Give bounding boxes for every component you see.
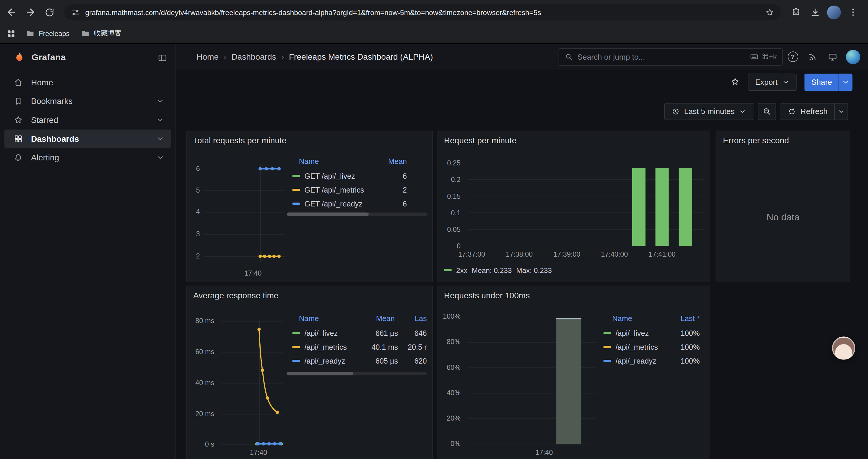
panel-title[interactable]: Errors per second [723,136,789,145]
grafana-sidebar: Grafana Home Bookmarks [0,44,176,459]
panel-average-response-time[interactable]: Average response time 80 ms 60 ms 40 ms … [186,286,433,459]
assistant-avatar[interactable] [832,336,855,360]
chevron-down-icon [842,78,849,85]
sidebar-item-label: Bookmarks [31,96,73,106]
refresh-interval-caret[interactable] [834,103,848,120]
user-avatar[interactable] [846,50,860,64]
chevron-down-icon[interactable] [156,153,164,162]
share-button[interactable]: Share [804,73,839,90]
legend-row[interactable]: /api/_metrics 100% [600,340,700,354]
legend-row[interactable]: GET /api/_metrics 2 [287,183,427,196]
breadcrumb-home[interactable]: Home [196,52,219,61]
help-icon[interactable]: ? [783,47,802,66]
x-tick: 17:41:00 [643,251,681,258]
search-box[interactable]: ⌘+k [559,48,783,66]
legend-scrollbar[interactable] [287,213,428,216]
grafana-app: Grafana Home Bookmarks [0,43,868,459]
time-controls: Last 5 minutes Refresh [176,102,868,121]
breadcrumb-separator: › [281,52,284,61]
folder-icon [25,29,35,38]
star-icon [13,115,23,125]
x-tick: 17:40 [242,449,275,457]
url-bar[interactable] [64,4,781,21]
legend-row[interactable]: /api/_livez 100% [600,326,700,340]
bookmark-folder-freeleaps[interactable]: Freeleaps [25,29,69,38]
search-input[interactable] [577,52,745,61]
browser-menu-icon[interactable] [844,3,863,22]
browser-forward-button[interactable] [21,3,40,22]
chevron-down-icon[interactable] [156,116,164,124]
panel-errors-per-second[interactable]: Errors per second No data [716,131,850,282]
apps-grid-icon[interactable] [8,30,14,37]
sidebar-item-starred[interactable]: Starred [4,111,171,129]
scrollbar-thumb[interactable] [287,213,369,216]
share-menu-caret[interactable] [839,73,852,90]
panel-title[interactable]: Request per minute [444,136,517,145]
panel-title[interactable]: Requests under 100ms [444,291,530,300]
browser-back-button[interactable] [2,3,21,22]
legend-row[interactable]: /api/_readyz 100% [600,354,700,367]
browser-reload-button[interactable] [40,3,59,22]
series-color-dash [292,332,300,334]
panel-total-requests[interactable]: Total requests per minute 6 5 4 3 2 [186,131,433,282]
legend-row[interactable]: /api/_metrics 40.1 ms 20.5 r [287,340,427,354]
export-button[interactable]: Export [748,73,797,90]
home-icon [13,77,23,87]
favorite-star-icon[interactable] [730,77,740,87]
series-color-dash [292,203,300,205]
zoom-out-button[interactable] [758,103,776,120]
series-max: Max: 0.233 [516,266,552,274]
extensions-icon[interactable] [787,3,806,22]
legend-row[interactable]: 2xx Mean: 0.233 Max: 0.233 [444,264,552,276]
bar-under-100ms[interactable] [556,318,581,444]
bookmark-folder-blog[interactable]: 收藏博客 [81,29,122,38]
sidebar-item-label: Starred [31,115,58,125]
series-color-dash [292,360,300,362]
bar-2xx[interactable] [655,168,669,246]
chevron-down-icon [782,78,789,85]
bar-2xx[interactable] [632,168,646,246]
sidebar-item-dashboards[interactable]: Dashboards [4,129,171,148]
gridline [468,163,704,163]
legend-row[interactable]: GET /api/_readyz 6 [287,197,427,210]
legend-row[interactable]: GET /api/_livez 6 [287,169,427,183]
downloads-icon[interactable] [805,3,824,22]
x-tick: 17:38:00 [500,251,538,258]
browser-profile-avatar[interactable] [827,5,841,19]
panel-requests-under-100ms[interactable]: Requests under 100ms 100% 80% 60% 40% 20… [437,286,710,459]
sidebar-item-label: Alerting [31,153,59,162]
x-tick: 17:37:00 [452,251,491,258]
breadcrumb-dashboards[interactable]: Dashboards [231,52,276,61]
grafana-logo[interactable] [13,51,26,64]
chevron-down-icon[interactable] [156,134,164,143]
chevron-down-icon[interactable] [156,97,164,105]
sidebar-item-bookmarks[interactable]: Bookmarks [4,92,171,110]
no-data-message: No data [716,212,850,223]
legend-row[interactable]: /api/_readyz 605 µs 620 [287,354,427,367]
legend-scrollbar[interactable] [287,372,427,375]
scrollbar-thumb[interactable] [287,372,353,375]
keyboard-icon [749,52,759,61]
clock-icon [672,107,680,116]
y-tick: 0.25 [437,159,461,168]
dock-menu-icon[interactable] [157,52,168,63]
gridline [468,317,596,317]
bookmark-star-icon[interactable] [765,7,774,17]
news-rss-icon[interactable] [803,47,823,66]
refresh-button[interactable]: Refresh [780,103,834,120]
time-range-picker[interactable]: Last 5 minutes [664,103,753,120]
url-input[interactable] [85,8,760,16]
panel-request-per-minute[interactable]: Request per minute 0.25 0.2 0.15 0.1 0.0… [437,131,710,282]
grafana-header: Home › Dashboards › Freeleaps Metrics Da… [176,44,868,70]
site-settings-icon[interactable] [71,7,80,17]
breadcrumb: Home › Dashboards › Freeleaps Metrics Da… [196,52,433,61]
bar-2xx[interactable] [679,168,692,246]
brand-title: Grafana [32,53,66,63]
breadcrumb-separator: › [224,52,226,61]
sidebar-item-alerting[interactable]: Alerting [4,148,171,167]
y-tick: 0.2 [437,175,461,184]
legend-row[interactable]: /api/_livez 661 µs 646 [287,326,427,340]
sidebar-item-home[interactable]: Home [4,73,171,91]
monitor-icon[interactable] [823,47,842,66]
bookmark-label: 收藏博客 [94,29,122,38]
